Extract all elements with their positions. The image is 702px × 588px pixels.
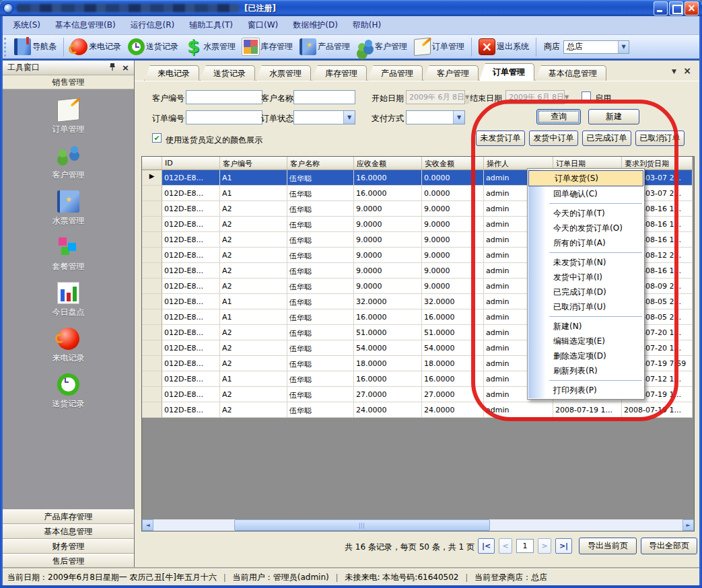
toolbar-button[interactable]: 订单管理 — [411, 37, 468, 57]
menu-item[interactable]: 窗口(W) — [240, 17, 285, 34]
tab[interactable]: 水票管理 — [256, 65, 311, 81]
scroll-right-icon[interactable]: ► — [682, 519, 694, 531]
column-header[interactable]: 实收金额 — [422, 157, 484, 170]
toolbar-button[interactable]: 产品管理 — [296, 37, 353, 57]
menu-item[interactable]: 运行信息(R) — [123, 17, 182, 34]
sidebar-item[interactable]: 客户管理 — [52, 145, 85, 181]
tab[interactable]: 订单管理 — [479, 63, 534, 81]
context-menu-item[interactable]: 回单确认(C) — [528, 186, 644, 201]
menu-item[interactable]: 基本信息管理(B) — [48, 17, 123, 34]
cell: 伍华聪 — [287, 294, 354, 309]
menu-item[interactable]: 系统(S) — [5, 17, 48, 34]
context-menu-item[interactable]: 编辑选定项(E) — [528, 334, 644, 348]
tab[interactable]: 基本信息管理 — [535, 65, 606, 81]
cell: A2 — [220, 387, 287, 402]
sidebar-item[interactable]: 水票管理 — [52, 190, 85, 227]
order-status-select[interactable]: ▼ — [293, 110, 355, 124]
cell: 伍华聪 — [287, 248, 354, 263]
order-status-filter-button[interactable]: 已完成订单 — [582, 131, 631, 146]
query-button[interactable]: 查询 — [536, 109, 581, 124]
tab[interactable]: 来电记录 — [144, 65, 199, 81]
tool-window-close-icon[interactable]: × — [122, 63, 129, 72]
export-current-page-button[interactable]: 导出当前页 — [579, 538, 637, 554]
order-no-input[interactable] — [186, 110, 262, 124]
cell: 伍华聪 — [287, 232, 354, 248]
column-header[interactable]: 客户编号 — [220, 157, 287, 170]
new-button[interactable]: 新建 — [588, 109, 639, 124]
enable-checkbox[interactable] — [582, 91, 591, 101]
scrollbar-thumb[interactable] — [234, 519, 490, 531]
scroll-left-icon[interactable]: ◄ — [142, 519, 153, 531]
close-button[interactable] — [685, 1, 699, 15]
context-menu-item[interactable]: 今天的订单(T) — [528, 206, 644, 221]
sidebar-item[interactable]: 套餐管理 — [52, 236, 85, 272]
maximize-button[interactable] — [669, 1, 683, 15]
tab[interactable]: 送货记录 — [200, 65, 255, 81]
menu-separator — [549, 203, 642, 204]
horizontal-scrollbar[interactable]: ◄ ► — [142, 519, 694, 531]
table-row[interactable]: 012D-E8...A2伍华聪24.000024.0000admin2008-0… — [142, 402, 693, 418]
order-status-filter-button[interactable]: 发货中订单 — [529, 131, 578, 146]
sidebar-group-button[interactable]: 财务管理 — [3, 539, 134, 554]
minimize-button[interactable] — [654, 1, 668, 15]
sidebar-group-button[interactable]: 产品库存管理 — [3, 509, 134, 524]
export-all-pages-button[interactable]: 导出全部页 — [641, 538, 697, 554]
start-date-picker[interactable]: 2009年 6月 8日 ▼ — [406, 90, 465, 104]
prev-page-button[interactable]: < — [499, 538, 512, 554]
menu-item[interactable]: 帮助(H) — [345, 17, 388, 34]
delivery-color-checkbox[interactable]: ✔ — [152, 133, 162, 143]
customer-no-input[interactable] — [186, 90, 262, 104]
menu-item[interactable]: 辅助工具(T) — [182, 17, 240, 34]
order-status-filter-button[interactable]: 已取消订单 — [635, 131, 685, 146]
context-menu-item[interactable]: 今天的发货订单(O) — [528, 221, 644, 235]
context-menu-item[interactable]: 新建(N) — [528, 319, 644, 334]
context-menu-item[interactable]: 未发货订单(N) — [528, 255, 644, 270]
order-status-filter-button[interactable]: 未发货订单 — [476, 131, 525, 146]
context-menu-item[interactable]: 删除选定项(D) — [528, 348, 644, 363]
toolbar-button-label: 退出系统 — [497, 41, 529, 52]
toolbar-button[interactable]: 客户管理 — [353, 37, 411, 57]
toolbar-button-label: 产品管理 — [318, 41, 350, 52]
toolbar-button[interactable]: 来电记录 — [67, 37, 125, 57]
column-header[interactable]: ID — [162, 157, 220, 170]
scrollbar-track[interactable] — [153, 519, 682, 531]
context-menu-item[interactable]: 所有的订单(A) — [528, 235, 644, 250]
toolbar-button[interactable]: 送货记录 — [125, 37, 182, 57]
last-page-button[interactable]: >| — [555, 538, 572, 554]
sidebar-group-button[interactable]: 基本信息管理 — [3, 524, 134, 539]
next-page-button[interactable]: > — [538, 538, 551, 554]
tab[interactable]: 库存管理 — [312, 65, 367, 81]
customer-name-input[interactable] — [293, 90, 355, 104]
context-menu-item[interactable]: 刷新列表(R) — [528, 363, 644, 378]
context-menu-item[interactable]: 发货中订单(I) — [528, 270, 644, 285]
sidebar-item[interactable]: 订单管理 — [52, 99, 85, 135]
first-page-button[interactable]: |< — [478, 538, 495, 554]
tab[interactable]: 产品管理 — [367, 65, 423, 81]
close-icon[interactable]: × — [683, 65, 691, 76]
context-menu-item[interactable]: 打印列表(P) — [528, 383, 644, 398]
sidebar-item[interactable]: 送货记录 — [52, 373, 85, 410]
sidebar-item[interactable]: 今日盘点 — [52, 282, 85, 318]
tab[interactable]: 客户管理 — [423, 65, 479, 81]
column-header[interactable]: 应收金额 — [354, 157, 422, 170]
context-menu-item[interactable]: 已完成订单(D) — [528, 285, 644, 299]
pin-icon[interactable] — [109, 63, 116, 73]
context-menu-item[interactable]: 订单发货(S) — [528, 170, 643, 186]
toolbar-button[interactable]: 退出系统 — [475, 37, 532, 57]
page-number-input[interactable] — [516, 539, 534, 553]
column-header[interactable]: 客户名称 — [287, 157, 354, 170]
end-date-picker[interactable]: 2009年 6月 8日 ▼ — [505, 90, 565, 104]
sidebar-group-button[interactable]: 售后管理 — [3, 554, 134, 568]
cell: 伍华聪 — [287, 263, 354, 279]
toolbar-button[interactable]: 导航条 — [11, 37, 60, 57]
context-menu-item[interactable]: 已取消订单(U) — [528, 299, 644, 314]
sidebar-item[interactable]: 来电记录 — [52, 328, 85, 364]
chevron-down-icon[interactable]: ▼ — [672, 68, 676, 75]
pay-method-select[interactable]: ▼ — [406, 110, 465, 124]
toolbar-button[interactable]: 库存管理 — [239, 37, 296, 57]
menu-item[interactable]: 数据维护(D) — [285, 17, 345, 34]
shop-select[interactable]: 总店▼ — [563, 40, 629, 54]
toolbar-button[interactable]: 水票管理 — [182, 37, 239, 57]
sidebar-group-sales[interactable]: 销售管理 — [3, 75, 134, 89]
cell: 9.0000 — [422, 232, 484, 248]
